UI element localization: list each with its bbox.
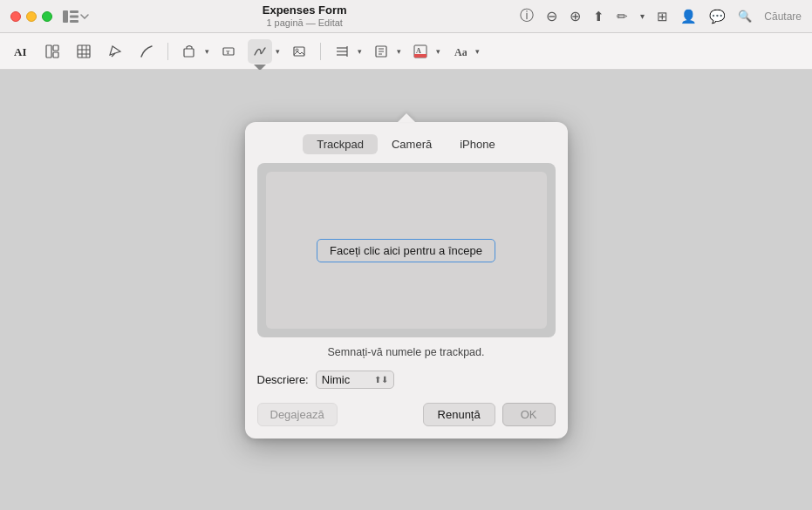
dialog-left-buttons: Degajează	[257, 403, 416, 426]
toolbar: AI ▾	[0, 33, 812, 70]
font-chevron-icon[interactable]: ▾	[475, 47, 480, 56]
description-select-arrow-icon: ⬆⬇	[374, 375, 388, 384]
color-chevron-icon[interactable]: ▾	[436, 47, 440, 56]
add-page-icon[interactable]: ⊞	[657, 9, 668, 24]
signature-button[interactable]	[248, 39, 272, 64]
description-select[interactable]: Nimic ⬆⬇	[316, 371, 394, 389]
zoom-in-icon[interactable]: ⊕	[570, 8, 581, 24]
document-subtitle: 1 pagină — Editat	[266, 17, 342, 29]
traffic-lights	[10, 11, 52, 22]
dialog-tabs: Trackpad Cameră iPhone	[245, 122, 568, 163]
ai-tool-button[interactable]: AI	[9, 39, 33, 64]
svg-point-18	[296, 49, 298, 51]
svg-rect-3	[70, 20, 78, 23]
svg-rect-2	[70, 15, 78, 17]
tab-trackpad[interactable]: Trackpad	[303, 134, 378, 154]
close-button[interactable]	[10, 11, 21, 22]
titlebar-center: Expenses Form 1 pagină — Editat	[99, 3, 509, 29]
clear-button[interactable]: Degajează	[257, 403, 338, 426]
sidebar-toggle-button[interactable]	[63, 10, 89, 23]
svg-text:T: T	[226, 49, 230, 56]
media-button[interactable]	[287, 39, 311, 64]
format-chevron-icon[interactable]: ▾	[397, 47, 401, 56]
toolbar-separator-1	[167, 43, 168, 60]
zoom-out-icon[interactable]: ⊖	[546, 8, 557, 24]
click-to-start-button[interactable]: Faceți clic aici pentru a începe	[317, 239, 495, 262]
svg-rect-14	[184, 49, 194, 57]
toolbar-separator-2	[320, 43, 321, 60]
format-button[interactable]	[369, 39, 393, 64]
signature-pad[interactable]: Faceți clic aici pentru a începe	[257, 163, 556, 337]
svg-rect-8	[78, 45, 90, 58]
svg-rect-5	[46, 45, 51, 58]
svg-rect-0	[63, 10, 68, 23]
info-icon[interactable]: ⓘ	[520, 7, 534, 25]
font-button[interactable]: Aa	[447, 39, 472, 64]
cancel-button[interactable]: Renunță	[423, 403, 495, 426]
share-icon[interactable]: ⬆	[593, 9, 604, 24]
document-title: Expenses Form	[263, 3, 347, 17]
align-button[interactable]	[330, 39, 354, 64]
titlebar: Expenses Form 1 pagină — Editat ⓘ ⊖ ⊕ ⬆ …	[0, 0, 812, 33]
svg-rect-17	[294, 47, 304, 56]
signature-instruction: Semnați-vă numele pe trackpad.	[245, 337, 568, 364]
annotate-chevron-icon[interactable]: ▾	[640, 11, 645, 21]
collaborate-icon[interactable]: 👤	[680, 9, 697, 24]
insert-shape-button[interactable]	[177, 39, 201, 64]
search-label[interactable]: Căutare	[764, 10, 802, 23]
color-button[interactable]: A	[408, 39, 433, 64]
signature-dialog: Trackpad Cameră iPhone Faceți clic aici …	[245, 122, 568, 439]
comments-icon[interactable]: 💬	[709, 9, 726, 24]
text-box-button[interactable]: T	[216, 39, 241, 64]
description-row: Descriere: Nimic ⬆⬇	[245, 364, 568, 396]
svg-text:AI: AI	[14, 45, 26, 58]
draw-button[interactable]	[134, 39, 159, 64]
description-label: Descriere:	[257, 373, 309, 386]
layout-button[interactable]	[40, 39, 65, 64]
annotate-tool-button[interactable]	[103, 39, 127, 64]
dialog-buttons: Degajează Renunță OK	[245, 396, 568, 439]
ok-button[interactable]: OK	[502, 403, 556, 426]
align-chevron-icon[interactable]: ▾	[358, 47, 362, 56]
maximize-button[interactable]	[42, 11, 52, 22]
svg-rect-7	[53, 52, 58, 58]
tab-camera[interactable]: Cameră	[378, 134, 446, 154]
svg-text:Aa: Aa	[454, 46, 467, 58]
tab-iphone[interactable]: iPhone	[446, 134, 508, 154]
minimize-button[interactable]	[26, 11, 37, 22]
search-icon[interactable]: 🔍	[738, 10, 752, 23]
insert-chevron-icon[interactable]: ▾	[205, 47, 209, 56]
annotate-icon[interactable]: ✏	[617, 9, 628, 24]
table-button[interactable]	[72, 39, 96, 64]
svg-rect-6	[53, 45, 58, 51]
signature-pad-inner: Faceți clic aici pentru a începe	[266, 172, 547, 329]
svg-text:A: A	[416, 47, 421, 55]
main-content: Trackpad Cameră iPhone Faceți clic aici …	[0, 70, 812, 510]
titlebar-right-controls: ⓘ ⊖ ⊕ ⬆ ✏ ▾ ⊞ 👤 💬 🔍 Căutare	[520, 7, 802, 25]
signature-chevron-icon[interactable]: ▾	[276, 47, 280, 56]
dialog-caret	[398, 113, 415, 122]
description-select-value: Nimic	[322, 373, 369, 386]
svg-rect-1	[70, 10, 78, 13]
